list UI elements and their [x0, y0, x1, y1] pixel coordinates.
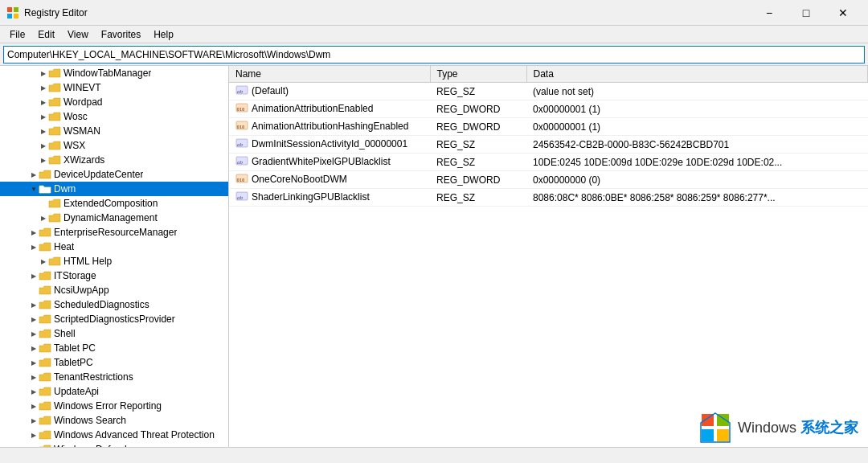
table-row[interactable]: ab (Default)REG_SZ(value not set)	[229, 83, 868, 100]
tree-item[interactable]: ▶ WSMAN	[0, 124, 228, 138]
tree-arrow[interactable]: ▶	[39, 83, 48, 92]
tree-item[interactable]: ▶ Windows Defender	[0, 442, 228, 447]
tree-item[interactable]: ▶ Shell	[0, 326, 228, 341]
tree-arrow[interactable]: ▶	[29, 300, 39, 309]
tree-arrow[interactable]: ▶	[29, 242, 39, 252]
folder-icon	[48, 125, 61, 137]
tree-item[interactable]: ▶ DeviceUpdateCenter	[0, 167, 228, 182]
tree-arrow[interactable]: ▶	[29, 170, 39, 179]
tree-label: HTML Help	[63, 256, 112, 267]
cell-type: REG_DWORD	[430, 100, 526, 118]
tree-item[interactable]: ▶ WindowTabManager	[0, 66, 228, 80]
tree-item[interactable]: ▶ Windows Error Reporting	[0, 399, 228, 413]
folder-icon	[48, 212, 61, 223]
tree-arrow[interactable]: ▶	[39, 68, 48, 78]
cell-data: 24563542-CB2B-0000-B83C-56242BCBD701	[526, 136, 868, 154]
tree-label: ExtendedComposition	[63, 198, 158, 209]
folder-icon	[39, 386, 51, 397]
tree-item[interactable]: ▶ ScheduledDiagnostics	[0, 297, 228, 312]
tree-arrow[interactable]: ▶	[29, 358, 39, 367]
tree-item[interactable]: ▶ ITStorage	[0, 268, 228, 283]
tree-item[interactable]: ExtendedComposition	[0, 196, 228, 211]
tree-item[interactable]: ▶ XWizards	[0, 153, 228, 167]
tree-item[interactable]: ▶ Wosc	[0, 109, 228, 124]
table-row[interactable]: 010 OneCoreNoBootDWMREG_DWORD0x00000000 …	[229, 171, 868, 189]
svg-text:ab: ab	[237, 141, 244, 148]
tree-arrow[interactable]: ▶	[29, 430, 39, 440]
folder-icon	[48, 111, 61, 122]
tree-item[interactable]: ▶ WINEVT	[0, 80, 228, 95]
tree-arrow[interactable]: ▶	[39, 97, 48, 107]
cell-name: ab (Default)	[229, 83, 430, 100]
tree-arrow[interactable]: ▶	[29, 445, 39, 447]
tree-item[interactable]: ▶ TabletPC	[0, 355, 228, 370]
tree-arrow[interactable]: ▶	[29, 416, 39, 425]
tree-arrow[interactable]: ▶	[29, 387, 39, 396]
table-row[interactable]: 010 AnimationAttributionEnabledREG_DWORD…	[229, 100, 868, 118]
tree-item[interactable]: ▶ Tablet PC	[0, 341, 228, 355]
tree-item[interactable]: ▶ DynamicManagement	[0, 211, 228, 225]
tree-arrow[interactable]: ▶	[29, 401, 39, 411]
tree-arrow[interactable]: ▶	[29, 372, 39, 382]
tree-arrow[interactable]: ▼	[29, 184, 39, 194]
menu-item-favorites[interactable]: Favorites	[95, 27, 147, 42]
tree-arrow[interactable]: ▶	[29, 314, 39, 324]
tree-item[interactable]: ▶ UpdateApi	[0, 384, 228, 399]
tree-arrow[interactable]: ▶	[29, 271, 39, 281]
tree-arrow[interactable]: ▶	[39, 155, 48, 165]
tree-arrow[interactable]: ▶	[39, 141, 48, 150]
tree-arrow[interactable]: ▶	[29, 227, 39, 237]
tree-arrow[interactable]: ▶	[29, 329, 39, 338]
tree-arrow[interactable]: ▶	[39, 112, 48, 121]
tree-arrow[interactable]: ▶	[39, 213, 48, 223]
menu-item-help[interactable]: Help	[147, 27, 180, 42]
table-row[interactable]: ab ShaderLinkingGPUBlacklistREG_SZ8086:0…	[229, 189, 868, 207]
tree-arrow[interactable]: ▶	[29, 343, 39, 353]
table-row[interactable]: ab GradientWhitePixelGPUBlacklistREG_SZ1…	[229, 154, 868, 171]
tree-label: WSX	[63, 140, 85, 151]
tree-item[interactable]: ▶ WSX	[0, 138, 228, 153]
tree-label: TenantRestrictions	[54, 371, 133, 383]
menu-item-view[interactable]: View	[61, 27, 95, 42]
tree-scroll[interactable]: ▶ WindowTabManager▶ WINEVT▶ Wordpad▶ Wos…	[0, 66, 228, 447]
tree-item[interactable]: ▶ ScriptedDiagnosticsProvider	[0, 312, 228, 326]
tree-label: ITStorage	[54, 270, 96, 281]
menu-bar: FileEditViewFavoritesHelp	[0, 26, 868, 43]
svg-text:ab: ab	[237, 195, 244, 201]
window-controls: − □ ✕	[751, 0, 862, 26]
tree-arrow[interactable]: ▶	[39, 126, 48, 136]
app-icon	[6, 6, 19, 19]
tree-item[interactable]: ▶ Heat	[0, 240, 228, 254]
tree-item[interactable]: ▶ TenantRestrictions	[0, 370, 228, 384]
svg-rect-20	[702, 429, 714, 441]
close-button[interactable]: ✕	[825, 0, 862, 26]
folder-icon	[39, 169, 51, 180]
dword-icon: 010	[235, 173, 248, 186]
minimize-button[interactable]: −	[751, 0, 788, 26]
tree-item[interactable]: ▶ Wordpad	[0, 95, 228, 109]
svg-text:010: 010	[237, 178, 245, 182]
tree-label: ScheduledDiagnostics	[54, 299, 149, 310]
tree-arrow[interactable]: ▶	[39, 256, 48, 266]
cell-type: REG_SZ	[430, 136, 526, 154]
menu-item-file[interactable]: File	[3, 27, 31, 42]
cell-name: 010 OneCoreNoBootDWM	[229, 171, 430, 189]
folder-icon	[48, 68, 61, 79]
table-row[interactable]: 010 AnimationAttributionHashingEnabledRE…	[229, 118, 868, 136]
maximize-button[interactable]: □	[788, 0, 825, 26]
col-header-data: Data	[526, 66, 868, 83]
menu-item-edit[interactable]: Edit	[31, 27, 61, 42]
tree-item[interactable]: ▶ EnterpriseResourceManager	[0, 225, 228, 240]
cell-type: REG_DWORD	[430, 118, 526, 136]
tree-item[interactable]: ▶ Windows Advanced Threat Protection	[0, 428, 228, 442]
tree-item[interactable]: ▼ Dwm	[0, 182, 228, 196]
address-input[interactable]	[3, 46, 865, 64]
tree-item[interactable]: NcsiUwpApp	[0, 283, 228, 297]
folder-icon	[39, 429, 51, 440]
table-row[interactable]: ab DwmInitSessionActivityId_00000001REG_…	[229, 136, 868, 154]
svg-text:ab: ab	[237, 88, 244, 95]
col-header-type: Type	[430, 66, 526, 83]
folder-icon	[48, 154, 61, 166]
tree-item[interactable]: ▶ Windows Search	[0, 413, 228, 428]
tree-item[interactable]: ▶ HTML Help	[0, 254, 228, 268]
